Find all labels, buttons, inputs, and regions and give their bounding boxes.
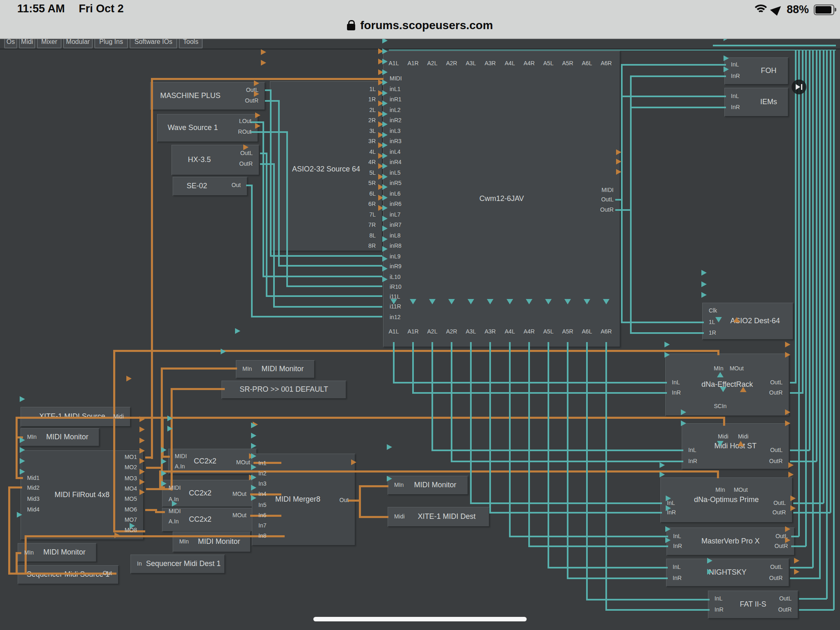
port-cwm12-6jav-in12-arrow[interactable] bbox=[382, 276, 388, 282]
port-cwm12-6jav-outl-arrow[interactable] bbox=[616, 159, 621, 164]
port-cwm12-6jav-inl7-arrow[interactable] bbox=[382, 174, 388, 180]
port-dna-optimus-prime-inr-arrow[interactable] bbox=[660, 472, 665, 477]
port-midi-filrout-4x8-mid2-arrow[interactable] bbox=[20, 447, 25, 453]
port-cwm12-6jav-inl1-arrow[interactable] bbox=[382, 48, 388, 54]
port-midi-merger8-in3-arrow[interactable] bbox=[251, 443, 256, 449]
port-midi-filrout-4x8-mo1-arrow[interactable] bbox=[139, 416, 145, 422]
port-cwm12-6jav-bottom-a4l-arrow[interactable] bbox=[507, 299, 513, 304]
port-midi-filrout-4x8-mid1-arrow[interactable] bbox=[20, 437, 25, 443]
port-cwm12-6jav-inr6-arrow[interactable] bbox=[382, 163, 388, 169]
port-dna-optimus-prime-mout-arrow[interactable] bbox=[737, 441, 744, 446]
port-midi-merger8-in8-arrow[interactable] bbox=[251, 495, 256, 501]
port-midi-filrout-4x8-mo8-arrow[interactable] bbox=[139, 489, 145, 495]
port-dna-optimus-prime-outr-arrow[interactable] bbox=[788, 472, 794, 477]
port-cwm12-6jav-bottom-a2l-arrow[interactable] bbox=[429, 299, 436, 304]
play-icon[interactable] bbox=[792, 80, 806, 94]
port-cc2x2-2-midi-arrow[interactable] bbox=[161, 447, 167, 453]
port-wave-source-1-lout-arrow[interactable] bbox=[254, 80, 259, 86]
port-midi-merger8-in1-arrow[interactable] bbox=[251, 422, 256, 428]
routing-project-canvas[interactable]: MASCHINE PLUSOutLOutRWave Source 1LOutRO… bbox=[0, 38, 840, 630]
port-midi-host-st-inr-arrow[interactable] bbox=[681, 420, 686, 426]
port-nightsky-outr-arrow[interactable] bbox=[785, 537, 790, 543]
port-dna-effectrack-outr-arrow[interactable] bbox=[785, 352, 790, 358]
port-dna-effectrack-outl-arrow[interactable] bbox=[785, 342, 790, 347]
port-asio2-dest-64-1r-arrow[interactable] bbox=[701, 292, 707, 298]
port-dna-effectrack-min-arrow[interactable] bbox=[715, 317, 722, 322]
port-cc2x2-2-ain-arrow[interactable] bbox=[161, 459, 167, 464]
port-cc2x2-1-midi-arrow[interactable] bbox=[167, 415, 173, 421]
port-wave-source-1-rout-arrow[interactable] bbox=[254, 91, 259, 97]
port-cwm12-6jav-inr8-arrow[interactable] bbox=[382, 205, 388, 211]
port-cwm12-6jav-bottom-a1r-arrow[interactable] bbox=[410, 299, 416, 304]
port-midi-host-st-outl-arrow[interactable] bbox=[785, 409, 790, 415]
port-cwm12-6jav-inr4-arrow[interactable] bbox=[382, 121, 388, 127]
port-asio2-dest-64-1l-arrow[interactable] bbox=[701, 281, 707, 287]
port-dna-effectrack-mout-arrow[interactable] bbox=[733, 317, 740, 322]
port-cwm12-6jav-inl2-arrow[interactable] bbox=[382, 69, 388, 75]
port-cwm12-6jav-bottom-a4r-arrow[interactable] bbox=[526, 299, 532, 304]
port-midi-filrout-4x8-mid3-arrow[interactable] bbox=[20, 458, 25, 464]
port-cwm12-6jav-i11l-arrow[interactable] bbox=[382, 256, 388, 262]
port-cwm12-6jav-inr9-arrow[interactable] bbox=[382, 226, 388, 231]
port-midi-filrout-4x8-mo6-arrow[interactable] bbox=[139, 469, 145, 475]
port-midi-merger8-in2-arrow[interactable] bbox=[251, 433, 256, 438]
port-midi-host-st-outr-arrow[interactable] bbox=[785, 420, 790, 426]
port-midi-filrout-4x8-mo4-arrow[interactable] bbox=[139, 448, 145, 454]
port-iems-inr-arrow[interactable] bbox=[724, 66, 729, 72]
port-cwm12-6jav-inr1-arrow[interactable] bbox=[382, 59, 388, 64]
port-dna-effectrack-inr-arrow[interactable] bbox=[664, 352, 670, 358]
port-midi-monitor-2-min-arrow[interactable] bbox=[20, 396, 25, 402]
port-cwm12-6jav-il10-arrow[interactable] bbox=[382, 236, 388, 242]
port-iems-inl-arrow[interactable] bbox=[724, 55, 729, 61]
port-cwm12-6jav-i11r-arrow[interactable] bbox=[382, 266, 388, 272]
port-dna-effectrack-inl-arrow[interactable] bbox=[664, 342, 670, 347]
port-xite-1-midi-dest-midi-arrow[interactable] bbox=[387, 476, 392, 482]
port-masterverb-pro-x-inl-arrow[interactable] bbox=[666, 495, 671, 501]
port-hx-3-5-outl-arrow[interactable] bbox=[255, 112, 260, 118]
port-hx-3-5-outr-arrow[interactable] bbox=[255, 123, 260, 129]
port-cwm12-6jav-inl9-arrow[interactable] bbox=[382, 216, 388, 221]
port-midi-filrout-4x8-mo3-arrow[interactable] bbox=[139, 438, 145, 443]
port-maschine-plus-outr-arrow[interactable] bbox=[261, 60, 266, 66]
port-midi-monitor-5-min-arrow[interactable] bbox=[387, 444, 392, 450]
port-sequencer-midi-dest-1-in-arrow[interactable] bbox=[130, 523, 135, 529]
port-xite-1-midi-source-midi-arrow[interactable] bbox=[126, 376, 132, 381]
port-midi-filrout-4x8-mid4-arrow[interactable] bbox=[20, 469, 25, 475]
port-cwm12-6jav-bottom-a6r-arrow[interactable] bbox=[603, 299, 609, 304]
port-midi-merger8-in7-arrow[interactable] bbox=[251, 485, 256, 491]
port-midi-monitor-1-min-arrow[interactable] bbox=[235, 328, 240, 334]
home-indicator[interactable] bbox=[313, 617, 527, 621]
port-dna-effectrack-scin-arrow[interactable] bbox=[717, 372, 724, 377]
port-nightsky-inr-arrow[interactable] bbox=[665, 537, 671, 543]
port-cwm12-6jav-inl3-arrow[interactable] bbox=[382, 90, 388, 96]
port-midi-filrout-4x8-mo7-arrow[interactable] bbox=[139, 479, 145, 485]
port-fat-ii-s-inr-arrow[interactable] bbox=[707, 569, 712, 575]
port-cwm12-6jav-outr-arrow[interactable] bbox=[616, 169, 621, 175]
port-cwm12-6jav-ir10-arrow[interactable] bbox=[382, 246, 388, 252]
port-nightsky-inl-arrow[interactable] bbox=[665, 526, 671, 532]
port-midi-monitor-4-min-arrow[interactable] bbox=[172, 501, 177, 507]
port-cc2x2-3-midi-arrow[interactable] bbox=[161, 470, 167, 476]
port-asio2-dest-64-clk-arrow[interactable] bbox=[701, 270, 707, 276]
port-midi-filrout-4x8-mo2-arrow[interactable] bbox=[139, 427, 145, 432]
port-cwm12-6jav-inr3-arrow[interactable] bbox=[382, 100, 388, 106]
port-dna-optimus-prime-outl-arrow[interactable] bbox=[788, 462, 794, 468]
port-sequencer-midi-source-1-out-arrow[interactable] bbox=[114, 532, 120, 538]
port-cwm12-6jav-inr7-arrow[interactable] bbox=[382, 184, 388, 190]
port-se-02-out-arrow[interactable] bbox=[243, 144, 249, 150]
port-midi-merger8-in5-arrow[interactable] bbox=[251, 464, 256, 470]
port-cc2x2-1-ain-arrow[interactable] bbox=[167, 426, 173, 431]
port-cwm12-6jav-bottom-a5r-arrow[interactable] bbox=[564, 299, 571, 304]
port-cwm12-6jav-bottom-a1l-arrow[interactable] bbox=[390, 299, 397, 304]
port-dna-optimus-prime-min-arrow[interactable] bbox=[717, 441, 724, 446]
port-midi-host-st-inl-arrow[interactable] bbox=[681, 409, 686, 415]
url-bar[interactable]: forums.scopeusers.com bbox=[0, 15, 840, 36]
port-cc2x2-3-ain-arrow[interactable] bbox=[161, 481, 167, 486]
port-sr-pro-001-default-in-arrow[interactable] bbox=[221, 349, 226, 354]
port-dna-optimus-prime-inl-arrow[interactable] bbox=[660, 462, 665, 468]
port-cwm12-6jav-bottom-a3l-arrow[interactable] bbox=[468, 299, 474, 304]
port-cwm12-6jav-inl8-arrow[interactable] bbox=[382, 195, 388, 201]
port-cwm12-6jav-inr5-arrow[interactable] bbox=[382, 142, 388, 148]
port-masterverb-pro-x-inr-arrow[interactable] bbox=[666, 505, 671, 511]
port-masterverb-pro-x-outr-arrow[interactable] bbox=[790, 505, 796, 511]
